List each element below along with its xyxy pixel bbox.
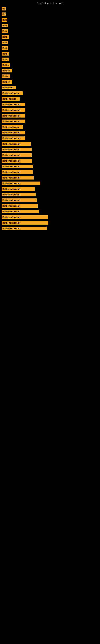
- list-item: Bottle: [0, 62, 100, 68]
- list-item: Bottleneck result: [0, 119, 100, 124]
- bottleneck-label: Bottleneck result: [1, 221, 49, 224]
- list-item: Bottleneck result: [0, 181, 100, 186]
- bottleneck-label: Bottleneck result: [1, 136, 25, 140]
- items-container: BoBoBottBottBottBottlBottBottBottlBottlB…: [0, 6, 100, 232]
- bottleneck-label: Bottleneck result: [1, 103, 25, 106]
- bottleneck-label: Bottl: [1, 58, 9, 61]
- bottleneck-label: Bottleneck result: [1, 193, 36, 196]
- bottleneck-label: Bottleneck result: [1, 159, 32, 162]
- list-item: Bott: [0, 40, 100, 45]
- list-item: Bottl: [0, 57, 100, 62]
- list-item: Bottleneck result: [0, 113, 100, 118]
- list-item: Bottlen: [0, 79, 100, 84]
- bottleneck-label: Bott: [1, 46, 8, 50]
- bottleneck-label: Bott: [1, 18, 7, 22]
- bottleneck-label: Bott: [1, 41, 8, 44]
- list-item: Bottleneck result: [0, 141, 100, 146]
- list-item: Bo: [0, 12, 100, 17]
- bottleneck-label: Bottleneck result: [1, 215, 48, 219]
- bottleneck-label: Bottleneck resu: [1, 125, 23, 129]
- list-item: Bottleneck result: [0, 170, 100, 175]
- list-item: Bottleneck result: [0, 198, 100, 203]
- list-item: Bott: [0, 28, 100, 34]
- bottleneck-label: Bottleneck result: [1, 210, 39, 213]
- list-item: Bott: [0, 23, 100, 28]
- list-item: Bottleneck result: [0, 130, 100, 135]
- bottleneck-label: Bottleneck result: [1, 131, 25, 134]
- site-title: TheBottlenecker.com: [0, 0, 100, 6]
- bottleneck-label: Bottleneck result: [1, 148, 32, 151]
- bottleneck-label: Bottleneck result: [1, 187, 35, 191]
- list-item: Bottleneck result: [0, 108, 100, 113]
- list-item: Bottleneck resu: [0, 90, 100, 96]
- bottleneck-label: Bottleneck result: [1, 114, 25, 118]
- list-item: Bott: [0, 17, 100, 22]
- list-item: Bo: [0, 6, 100, 11]
- bottleneck-label: Bottle: [1, 74, 10, 78]
- bottleneck-label: Bottl: [1, 35, 9, 39]
- bottleneck-label: Bottleneck result: [1, 182, 40, 185]
- list-item: Bottleneck result: [0, 152, 100, 158]
- list-item: Bott: [0, 46, 100, 51]
- list-item: Bottleneck result: [0, 220, 100, 226]
- list-item: Bottleneck resu: [0, 124, 100, 130]
- bottleneck-label: Bottleneck result: [1, 198, 37, 202]
- bottleneck-label: Bottl: [1, 52, 9, 56]
- list-item: Bottleneck result: [0, 214, 100, 220]
- bottleneck-label: Bottleneck result: [1, 176, 34, 180]
- bottleneck-label: Bottle: [1, 63, 10, 67]
- list-item: Bottleneck: [0, 85, 100, 90]
- list-item: Bottle: [0, 74, 100, 79]
- list-item: Bottleneck result: [0, 203, 100, 208]
- bottleneck-label: Bottleneck re: [1, 97, 20, 100]
- list-item: Bottleneck result: [0, 136, 100, 141]
- bottleneck-label: Bottleneck result: [1, 164, 33, 168]
- bottleneck-label: Bottlen: [1, 69, 12, 72]
- list-item: Bottleneck result: [0, 209, 100, 214]
- bottleneck-label: Bottlen: [1, 80, 12, 84]
- bottleneck-label: Bo: [1, 7, 6, 10]
- bottleneck-label: Bottleneck resu: [1, 91, 23, 95]
- bottleneck-label: Bottleneck result: [1, 204, 38, 208]
- list-item: Bottl: [0, 34, 100, 40]
- list-item: Bottleneck result: [0, 147, 100, 152]
- list-item: Bottleneck result: [0, 102, 100, 107]
- bottleneck-label: Bottleneck: [1, 86, 16, 89]
- list-item: Bottleneck result: [0, 164, 100, 169]
- bottleneck-label: Bott: [1, 30, 8, 33]
- list-item: Bottleneck result: [0, 186, 100, 192]
- list-item: Bottl: [0, 51, 100, 56]
- bottleneck-label: Bottleneck result: [1, 142, 31, 146]
- bottleneck-label: Bo: [1, 12, 6, 16]
- list-item: Bottlen: [0, 68, 100, 73]
- bottleneck-label: Bottleneck result: [1, 170, 33, 174]
- bottleneck-label: Bottleneck result: [1, 120, 25, 123]
- list-item: Bottleneck result: [0, 175, 100, 180]
- bottleneck-label: Bott: [1, 24, 8, 27]
- list-item: Bottleneck result: [0, 226, 100, 231]
- bottleneck-label: Bottleneck result: [1, 226, 47, 230]
- bottleneck-label: Bottleneck result: [1, 108, 25, 112]
- bottleneck-label: Bottleneck result: [1, 153, 32, 157]
- list-item: Bottleneck re: [0, 96, 100, 102]
- list-item: Bottleneck result: [0, 192, 100, 197]
- list-item: Bottleneck result: [0, 158, 100, 164]
